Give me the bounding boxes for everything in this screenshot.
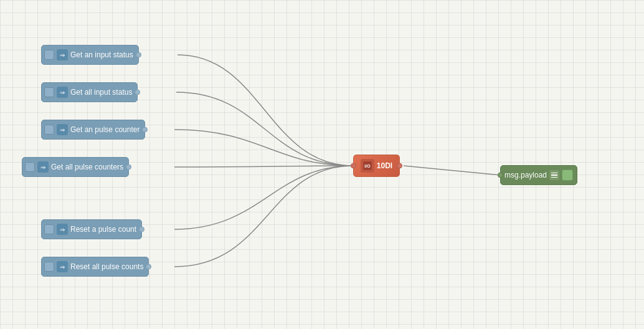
inject-label-1: Get an input status <box>70 50 133 59</box>
conn-di-payload <box>404 166 500 175</box>
node-get-all-pulse-counters[interactable]: Get all pulse counters <box>22 157 129 177</box>
di-output-dot <box>397 163 402 169</box>
inject-button-4[interactable] <box>25 162 35 172</box>
payload-label: msg.payload <box>504 171 547 179</box>
inject-label-4: Get all pulse counters <box>51 163 123 171</box>
inject-label-2: Get all input status <box>70 88 132 97</box>
node-reset-all-pulse-counts[interactable]: Reset all pulse counts <box>41 257 149 277</box>
payload-input-dot <box>498 173 503 178</box>
conn-node5-di <box>174 166 353 229</box>
node-10di[interactable]: I/O 10DI <box>353 155 400 177</box>
di-input-dot <box>351 163 356 169</box>
inject-button-1[interactable] <box>44 50 54 60</box>
node-reset-pulse-count[interactable]: Reset a pulse count <box>41 219 142 239</box>
inject-icon-2 <box>57 87 68 98</box>
inject-button-3[interactable] <box>44 125 54 135</box>
output-dot-1 <box>136 52 141 58</box>
di-icon: I/O <box>361 159 374 173</box>
inject-icon-6 <box>57 261 68 272</box>
output-dot-2 <box>135 90 140 95</box>
conn-node2-di <box>176 92 353 166</box>
conn-node4-di <box>174 166 353 167</box>
inject-icon-3 <box>57 124 68 135</box>
conn-node3-di <box>174 130 353 166</box>
node-msg-payload[interactable]: msg.payload <box>500 165 577 185</box>
flow-canvas[interactable]: Get an input status Get all input status… <box>0 0 644 329</box>
svg-text:I/O: I/O <box>364 164 371 168</box>
node-get-all-input-status[interactable]: Get all input status <box>41 82 138 102</box>
output-dot-6 <box>146 264 151 270</box>
payload-output-btn[interactable] <box>562 169 573 181</box>
inject-label-6: Reset all pulse counts <box>70 262 143 271</box>
node-get-input-status[interactable]: Get an input status <box>41 45 139 65</box>
inject-button-2[interactable] <box>44 87 54 97</box>
di-label: 10DI <box>377 161 392 170</box>
inject-label-3: Get an pulse counter <box>70 125 140 134</box>
inject-icon-5 <box>57 224 68 235</box>
conn-node1-di <box>178 55 353 166</box>
output-dot-4 <box>126 164 131 170</box>
conn-node6-di <box>174 166 353 267</box>
inject-icon-4 <box>37 161 49 173</box>
inject-button-6[interactable] <box>44 262 54 272</box>
inject-label-5: Reset a pulse count <box>70 225 136 234</box>
payload-menu-icon <box>549 170 559 180</box>
output-dot-3 <box>142 127 148 133</box>
inject-icon-1 <box>57 49 68 60</box>
inject-button-5[interactable] <box>44 224 54 234</box>
node-get-pulse-counter[interactable]: Get an pulse counter <box>41 120 145 140</box>
output-dot-5 <box>139 227 144 232</box>
